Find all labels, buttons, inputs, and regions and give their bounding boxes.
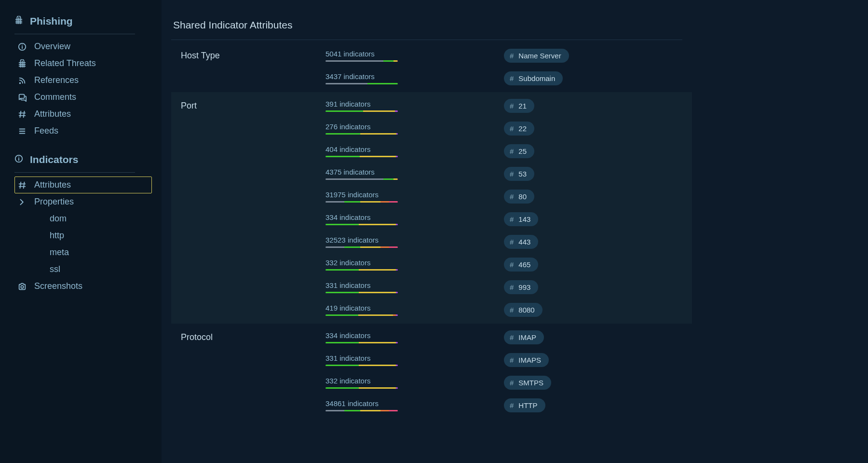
indicator-bar — [326, 60, 398, 62]
attribute-tag-label: 22 — [518, 124, 527, 133]
sidebar-item-screenshots[interactable]: Screenshots — [14, 278, 152, 295]
attribute-tag[interactable]: #IMAPS — [504, 353, 549, 367]
indicator-block: 32523 indicators — [326, 236, 504, 248]
divider — [171, 40, 682, 40]
indicator-bar — [326, 201, 398, 203]
nav-item-label: ssl — [50, 264, 60, 274]
attribute-tag[interactable]: #Name Server — [504, 49, 569, 63]
sidebar-item-meta[interactable]: meta — [14, 244, 152, 261]
section-phishing-label: Phishing — [30, 15, 73, 27]
info-icon — [14, 154, 23, 165]
indicator-bar — [326, 224, 398, 225]
attribute-tag-label: IMAPS — [518, 356, 541, 364]
attribute-group: Port391 indicators#21276 indicators#2240… — [171, 92, 692, 324]
chevron-icon — [17, 198, 27, 206]
indicator-count: 276 indicators — [326, 123, 504, 131]
attribute-row: 391 indicators#21 — [326, 99, 682, 113]
indicator-block: 334 indicators — [326, 331, 504, 343]
attribute-row: 332 indicators#465 — [326, 258, 682, 272]
hash-icon — [17, 110, 27, 119]
attribute-tag-label: 443 — [518, 238, 530, 246]
indicator-count: 331 indicators — [326, 354, 504, 362]
attribute-tag[interactable]: #80 — [504, 190, 534, 204]
nav-group-phishing: OverviewRelated ThreatsReferencesComment… — [14, 38, 152, 139]
attribute-tag-label: 993 — [518, 283, 530, 291]
attribute-tag[interactable]: #465 — [504, 258, 538, 272]
indicator-count: 419 indicators — [326, 304, 504, 312]
indicator-count: 3437 indicators — [326, 72, 504, 81]
indicator-block: 332 indicators — [326, 377, 504, 389]
sidebar-item-comments[interactable]: Comments — [14, 89, 152, 106]
attribute-tag[interactable]: #HTTP — [504, 398, 545, 412]
attribute-row: 419 indicators#8080 — [326, 303, 682, 317]
nav-item-label: Feeds — [34, 126, 58, 136]
indicator-count: 31975 indicators — [326, 191, 504, 199]
attribute-group-label: Port — [181, 99, 326, 317]
indicator-block: 331 indicators — [326, 354, 504, 366]
attribute-rows: 5041 indicators#Name Server3437 indicato… — [326, 49, 682, 85]
indicator-block: 331 indicators — [326, 281, 504, 293]
attribute-tag-label: IMAP — [518, 333, 536, 341]
attribute-tag[interactable]: #443 — [504, 235, 538, 249]
sidebar-item-attributes[interactable]: Attributes — [14, 177, 152, 193]
hash-icon: # — [510, 74, 514, 82]
indicator-block: 276 indicators — [326, 123, 504, 135]
attribute-tag[interactable]: #21 — [504, 99, 534, 113]
nav-item-label: Properties — [34, 197, 74, 207]
indicator-block: 34861 indicators — [326, 399, 504, 411]
attribute-tag[interactable]: #143 — [504, 212, 538, 226]
attribute-tag[interactable]: #8080 — [504, 303, 542, 317]
attribute-row: 334 indicators#143 — [326, 212, 682, 226]
attribute-rows: 334 indicators#IMAP331 indicators#IMAPS3… — [326, 330, 682, 412]
indicator-block: 419 indicators — [326, 304, 504, 316]
sidebar-item-feeds[interactable]: Feeds — [14, 123, 152, 139]
indicator-bar — [326, 178, 398, 180]
attribute-tag[interactable]: #25 — [504, 144, 534, 158]
hash-icon: # — [510, 170, 514, 178]
sidebar-item-references[interactable]: References — [14, 72, 152, 89]
attribute-row: 3437 indicators#Subdomain — [326, 71, 682, 85]
nav-item-label: Attributes — [34, 180, 71, 190]
rss-icon — [17, 76, 27, 85]
indicator-block: 404 indicators — [326, 145, 504, 157]
hash-icon: # — [510, 379, 514, 387]
nav-item-label: Screenshots — [34, 281, 82, 291]
sidebar-item-ssl[interactable]: ssl — [14, 261, 152, 278]
hash-icon: # — [510, 52, 514, 60]
sidebar-item-overview[interactable]: Overview — [14, 38, 152, 55]
indicator-count: 332 indicators — [326, 377, 504, 385]
hash-icon — [17, 181, 27, 190]
attribute-group: Host Type5041 indicators#Name Server3437… — [171, 42, 692, 92]
hash-icon: # — [510, 192, 514, 201]
attribute-row: 276 indicators#22 — [326, 122, 682, 136]
section-phishing-header: Phishing — [14, 12, 152, 31]
attribute-tag[interactable]: #993 — [504, 280, 538, 294]
sidebar-item-related-threats[interactable]: Related Threats — [14, 55, 152, 72]
indicator-block: 5041 indicators — [326, 50, 504, 62]
attribute-tag[interactable]: #22 — [504, 122, 534, 136]
indicator-block: 4375 indicators — [326, 168, 504, 180]
indicator-count: 404 indicators — [326, 145, 504, 153]
indicator-count: 331 indicators — [326, 281, 504, 289]
attribute-row: 331 indicators#IMAPS — [326, 353, 682, 367]
attribute-group-label: Host Type — [181, 49, 326, 85]
attribute-tag-label: Subdomain — [518, 74, 555, 82]
indicator-block: 332 indicators — [326, 259, 504, 271]
attribute-rows: 391 indicators#21276 indicators#22404 in… — [326, 99, 682, 317]
main-content: Shared Indicator Attributes Host Type504… — [162, 0, 868, 463]
indicator-bar — [326, 292, 398, 293]
attribute-tag[interactable]: #IMAP — [504, 330, 544, 344]
attribute-tag[interactable]: #SMTPS — [504, 376, 551, 390]
attribute-tag-label: HTTP — [518, 401, 537, 409]
sidebar-item-dom[interactable]: dom — [14, 210, 152, 227]
sidebar-item-properties[interactable]: Properties — [14, 193, 152, 210]
attribute-tag[interactable]: #53 — [504, 167, 534, 181]
indicator-bar — [326, 269, 398, 271]
attribute-tag[interactable]: #Subdomain — [504, 71, 563, 85]
attribute-row: 5041 indicators#Name Server — [326, 49, 682, 63]
sidebar-item-http[interactable]: http — [14, 227, 152, 244]
attribute-row: 32523 indicators#443 — [326, 235, 682, 249]
indicator-bar — [326, 156, 398, 157]
sidebar-item-attributes[interactable]: Attributes — [14, 106, 152, 123]
indicator-block: 31975 indicators — [326, 191, 504, 203]
